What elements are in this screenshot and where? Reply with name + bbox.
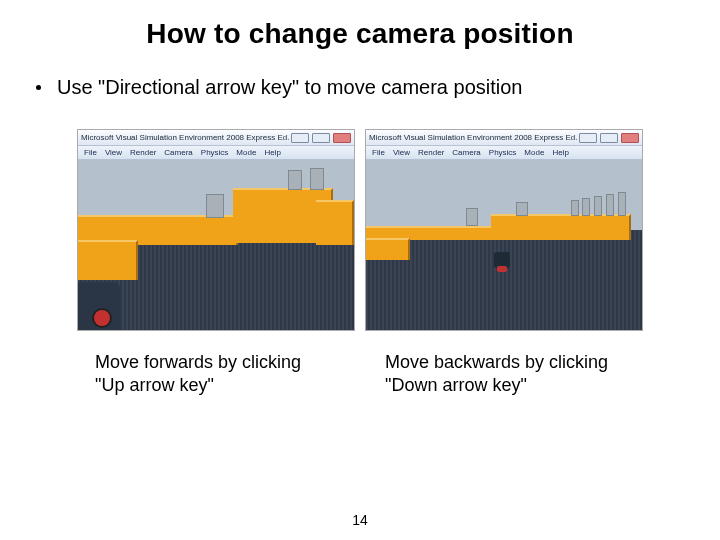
window-titlebar: Microsoft Visual Simulation Environment … [78,130,354,146]
minimize-icon [579,133,597,143]
close-icon [333,133,351,143]
menu-item: View [105,148,122,157]
slide-title: How to change camera position [0,18,720,50]
window-titlebar: Microsoft Visual Simulation Environment … [366,130,642,146]
caption-backward: Move backwards by clicking "Down arrow k… [385,351,635,398]
menu-bar: File View Render Camera Physics Mode Hel… [78,146,354,160]
bullet-dot-icon [36,85,41,90]
bullet-item: Use "Directional arrow key" to move came… [36,76,720,99]
viewport-3d [366,160,642,330]
caption-row: Move forwards by clicking "Up arrow key"… [0,351,720,398]
menu-item: Help [264,148,280,157]
screenshot-backward: Microsoft Visual Simulation Environment … [365,129,643,331]
caption-line: "Up arrow key" [95,374,345,397]
page-number: 14 [0,512,720,528]
menu-item: Mode [236,148,256,157]
window-buttons [579,133,639,143]
menu-item: Camera [452,148,480,157]
menu-item: Render [130,148,156,157]
window-buttons [291,133,351,143]
menu-item: Camera [164,148,192,157]
close-icon [621,133,639,143]
menu-item: File [372,148,385,157]
menu-item: Render [418,148,444,157]
window-title: Microsoft Visual Simulation Environment … [81,133,289,142]
screenshot-row: Microsoft Visual Simulation Environment … [0,129,720,331]
caption-line: "Down arrow key" [385,374,635,397]
caption-line: Move backwards by clicking [385,351,635,374]
maximize-icon [600,133,618,143]
maximize-icon [312,133,330,143]
bullet-text: Use "Directional arrow key" to move came… [57,76,523,99]
menu-item: File [84,148,97,157]
menu-item: Help [552,148,568,157]
menu-item: View [393,148,410,157]
minimize-icon [291,133,309,143]
menu-bar: File View Render Camera Physics Mode Hel… [366,146,642,160]
caption-forward: Move forwards by clicking "Up arrow key" [95,351,345,398]
menu-item: Mode [524,148,544,157]
menu-item: Physics [489,148,517,157]
viewport-3d [78,160,354,330]
screenshot-forward: Microsoft Visual Simulation Environment … [77,129,355,331]
window-title: Microsoft Visual Simulation Environment … [369,133,577,142]
caption-line: Move forwards by clicking [95,351,345,374]
menu-item: Physics [201,148,229,157]
